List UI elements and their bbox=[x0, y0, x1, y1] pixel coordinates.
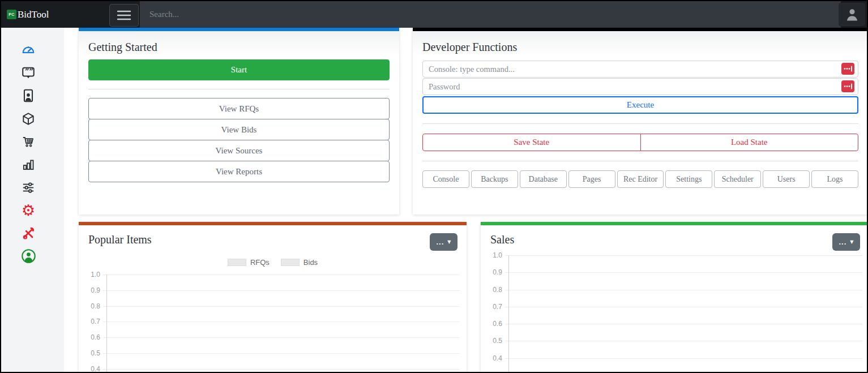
dev-tool-button[interactable]: Pages bbox=[568, 170, 615, 188]
view-link-button[interactable]: View RFQs bbox=[88, 98, 390, 119]
divider bbox=[422, 123, 858, 124]
search-bar bbox=[140, 1, 841, 28]
dev-tools-row: ConsoleBackupsDatabasePagesRec EditorSet… bbox=[422, 170, 858, 188]
sidebar-item-quotes[interactable]: ”” bbox=[1, 62, 64, 85]
developer-functions-card: Developer Functions bbox=[413, 28, 868, 215]
console-input-row bbox=[422, 61, 858, 78]
ellipsis-icon: ... bbox=[437, 240, 444, 245]
legend-label: RFQs bbox=[250, 258, 270, 267]
legend-item[interactable]: Bids bbox=[281, 258, 318, 267]
sidebar-item-products[interactable] bbox=[1, 108, 64, 131]
gridline bbox=[103, 306, 460, 307]
gridline bbox=[505, 358, 862, 359]
chart-grid-row: 0.9 bbox=[79, 290, 467, 306]
dev-tool-button[interactable]: Settings bbox=[665, 170, 712, 188]
chart-grid-row: 0.9 bbox=[481, 272, 868, 289]
gridline bbox=[103, 369, 460, 370]
gridline bbox=[103, 290, 460, 291]
legend-item[interactable]: RFQs bbox=[228, 258, 270, 267]
divider bbox=[422, 161, 858, 161]
chart-grid-row: 0.8 bbox=[79, 306, 467, 322]
popular-items-title: Popular Items bbox=[88, 233, 152, 246]
view-link-button[interactable]: View Sources bbox=[88, 140, 390, 161]
y-axis-tick-label: 0.4 bbox=[79, 365, 100, 373]
gridline bbox=[505, 341, 862, 341]
chart-grid-row: 0.4 bbox=[79, 369, 467, 373]
dev-tool-button[interactable]: Users bbox=[763, 170, 810, 188]
settings-gear-icon: ⚙ bbox=[21, 204, 36, 217]
dev-tool-button[interactable]: Rec Editor bbox=[617, 170, 664, 188]
svg-text:””: ”” bbox=[25, 67, 33, 75]
caret-down-icon: ▼ bbox=[850, 239, 853, 245]
y-axis-tick-label: 0.6 bbox=[481, 319, 502, 328]
load-state-button[interactable]: Load State bbox=[640, 134, 859, 151]
dev-tool-button[interactable]: Database bbox=[520, 170, 567, 188]
chart-grid-row: 0.4 bbox=[481, 358, 868, 373]
dev-tool-button[interactable]: Logs bbox=[811, 170, 858, 188]
popular-items-chart: 1.0 0.9 0.8 0.7 0.6 0.5 bbox=[79, 275, 467, 373]
hamburger-icon bbox=[116, 10, 132, 21]
gridline bbox=[505, 307, 862, 307]
user-menu-button[interactable] bbox=[839, 3, 865, 26]
chart-grid-row: 1.0 bbox=[481, 255, 868, 272]
menu-toggle-button[interactable] bbox=[109, 4, 139, 27]
sales-card: Sales ... ▼ 1.0 0.9 0.8 0.7 bbox=[481, 222, 868, 373]
y-axis-tick-label: 0.5 bbox=[481, 336, 502, 345]
chart-grid-row: 0.5 bbox=[481, 341, 868, 358]
chart-grid-row: 0.6 bbox=[481, 324, 868, 341]
sliders-icon bbox=[21, 180, 36, 195]
password-input-row bbox=[422, 78, 858, 95]
sidebar: ”” bbox=[1, 28, 64, 372]
dev-tool-button[interactable]: Console bbox=[422, 170, 469, 188]
y-axis-tick-label: 0.9 bbox=[481, 268, 502, 277]
y-axis-tick-label: 0.9 bbox=[79, 286, 100, 295]
top-navbar: PC BidTool bbox=[1, 1, 867, 28]
y-axis-tick-label: 1.0 bbox=[481, 251, 502, 260]
gridline bbox=[505, 324, 862, 324]
gridline bbox=[505, 272, 862, 273]
ellipsis-icon: ... bbox=[839, 240, 847, 245]
sidebar-item-reports[interactable] bbox=[1, 153, 64, 177]
y-axis-tick-label: 1.0 bbox=[79, 270, 100, 279]
chart-grid-row: 0.5 bbox=[79, 353, 467, 369]
y-axis-tick-label: 0.7 bbox=[481, 302, 502, 311]
brand[interactable]: PC BidTool bbox=[7, 1, 49, 28]
card-menu-button[interactable]: ... ▼ bbox=[430, 233, 457, 251]
execute-button[interactable]: Execute bbox=[422, 96, 858, 114]
divider bbox=[88, 89, 390, 89]
shopping-cart-icon bbox=[21, 134, 36, 149]
card-menu-button[interactable]: ... ▼ bbox=[832, 233, 860, 251]
dashboard-gauge-icon bbox=[21, 42, 36, 57]
sidebar-item-dashboard[interactable] bbox=[1, 38, 64, 62]
sidebar-item-account[interactable] bbox=[1, 245, 64, 268]
sidebar-item-settings[interactable]: ⚙ bbox=[1, 199, 64, 222]
chart-grid-row: 0.7 bbox=[79, 321, 467, 337]
sidebar-item-cart[interactable] bbox=[1, 130, 64, 153]
popular-items-card: Popular Items ... ▼ RFQs Bids 1.0 0.9 bbox=[79, 222, 467, 373]
view-link-button[interactable]: View Bids bbox=[88, 119, 390, 140]
console-input[interactable] bbox=[422, 61, 858, 78]
chart-legend: RFQs Bids bbox=[79, 258, 467, 267]
dev-tool-button[interactable]: Scheduler bbox=[714, 170, 761, 188]
state-buttons: Save State Load State bbox=[422, 134, 858, 151]
app-window: PC BidTool bbox=[0, 0, 868, 373]
legend-label: Bids bbox=[303, 258, 318, 267]
dev-tool-button[interactable]: Backups bbox=[471, 170, 518, 188]
developer-functions-title: Developer Functions bbox=[422, 41, 858, 54]
getting-started-card: Getting Started Start View RFQsView Bids… bbox=[79, 28, 399, 215]
y-axis-tick-label: 0.5 bbox=[79, 349, 100, 358]
sidebar-item-contacts[interactable] bbox=[1, 84, 64, 108]
legend-swatch bbox=[281, 259, 300, 266]
save-state-button[interactable]: Save State bbox=[422, 134, 641, 151]
gridline bbox=[103, 275, 460, 275]
sidebar-item-maintenance[interactable] bbox=[1, 222, 64, 245]
view-link-button[interactable]: View Reports bbox=[88, 161, 390, 182]
gridline bbox=[103, 353, 460, 354]
sidebar-item-filters[interactable] bbox=[1, 176, 64, 199]
start-button[interactable]: Start bbox=[88, 59, 390, 80]
search-input[interactable] bbox=[140, 1, 841, 28]
brand-name: BidTool bbox=[18, 9, 49, 20]
password-input[interactable] bbox=[422, 78, 858, 95]
chart-grid-row: 0.7 bbox=[481, 307, 868, 324]
bar-chart-icon bbox=[21, 157, 36, 172]
